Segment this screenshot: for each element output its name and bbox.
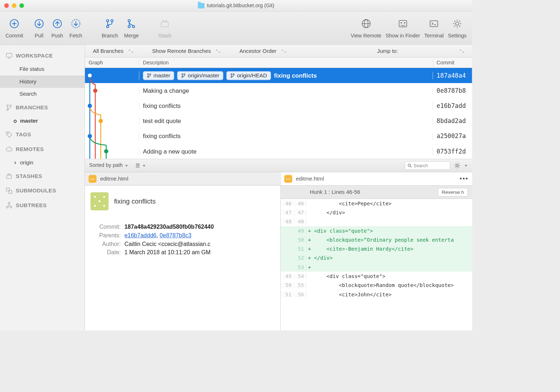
- pull-button[interactable]: Pull: [33, 17, 45, 38]
- filter-jump-to[interactable]: Jump to:⌃⌄: [369, 48, 472, 54]
- commit-row[interactable]: test edit quote8bdad2ad: [85, 113, 472, 128]
- settings-button[interactable]: Settings: [448, 17, 467, 38]
- branch-tag[interactable]: origin/master: [177, 71, 223, 80]
- zoom-window-button[interactable]: [19, 3, 24, 8]
- reverse-hunk-button[interactable]: Reverse h: [438, 188, 468, 196]
- hunk-header: Hunk 1 : Lines 46-56 Reverse h: [281, 186, 472, 199]
- file-search-input[interactable]: Search: [405, 161, 450, 170]
- sidebar-header-branches[interactable]: BRANCHES: [0, 100, 85, 115]
- svg-point-11: [111, 19, 113, 22]
- file-tab-right[interactable]: ⋯ editme.html •••: [281, 172, 472, 186]
- merge-button[interactable]: Merge: [124, 17, 139, 38]
- commit-row[interactable]: fixing conflictsa250027a: [85, 128, 472, 143]
- diff-settings-button[interactable]: [454, 162, 461, 169]
- svg-point-14: [132, 26, 135, 28]
- branch-icon: [5, 104, 13, 111]
- diff-line[interactable]: 5156 <cite>John</cite>: [281, 290, 472, 299]
- sidebar-item-file-status[interactable]: File status: [0, 63, 85, 76]
- sidebar-item-history[interactable]: History: [0, 76, 85, 88]
- commit-row[interactable]: Making a change0e8787b8: [85, 83, 472, 98]
- col-description[interactable]: Description: [139, 60, 433, 66]
- svg-point-10: [107, 26, 109, 28]
- minimize-window-button[interactable]: [12, 3, 17, 8]
- fetch-icon: [70, 17, 82, 29]
- svg-rect-26: [430, 20, 438, 27]
- stash-list-icon: [5, 173, 13, 180]
- file-tab-left[interactable]: ⋯ editme.html: [85, 172, 280, 186]
- diff-line[interactable]: 51+ <cite>-Benjamin Hardy</cite>: [281, 244, 472, 253]
- date-label: Date:: [90, 249, 121, 256]
- filter-bar: All Branches⌃⌄ Show Remote Branches⌃⌄ An…: [85, 45, 472, 58]
- chevron-down-icon: [125, 164, 128, 167]
- branch-button[interactable]: Branch: [101, 17, 118, 38]
- commit-hash-short: a250027a: [433, 132, 472, 140]
- fetch-button[interactable]: Fetch: [69, 17, 82, 38]
- tag-icon: [5, 131, 13, 138]
- col-commit[interactable]: Commit: [433, 60, 472, 66]
- history-body: masterorigin/masterorigin/HEADfixing con…: [85, 68, 472, 159]
- col-graph[interactable]: Graph: [85, 60, 139, 66]
- filter-order[interactable]: Ancestor Order⌃⌄: [231, 48, 297, 54]
- sidebar-remote-origin[interactable]: origin: [0, 156, 85, 169]
- svg-point-36: [8, 133, 9, 134]
- svg-point-9: [107, 19, 109, 22]
- history-header: Graph Description Commit: [85, 58, 472, 68]
- commit-hash: 187a48a429230ad580fb0b762440: [125, 224, 275, 231]
- diff-line[interactable]: 4848: [281, 217, 472, 226]
- file-actions-button[interactable]: •••: [460, 175, 469, 183]
- diff-line[interactable]: 5055 <blockquote>Random quote</blockquot…: [281, 281, 472, 290]
- commit-message: fixing conflicts: [114, 197, 155, 205]
- parents-value: e16b7addd6, 0e8787b8c3: [125, 232, 275, 239]
- sidebar-header-submodules[interactable]: SUBMODULES: [0, 183, 85, 198]
- commit-button[interactable]: Commit: [5, 17, 23, 38]
- view-remote-button[interactable]: View Remote: [351, 17, 381, 38]
- diff-line[interactable]: 52+</div>: [281, 254, 472, 263]
- diff-line[interactable]: 50+ <blockquote>“Ordinary people seek en…: [281, 235, 472, 244]
- diff-line[interactable]: 4747 </div>: [281, 208, 472, 217]
- svg-point-63: [408, 164, 411, 167]
- view-mode-button[interactable]: [135, 163, 146, 168]
- list-icon: [135, 163, 140, 168]
- commit-description: fixing conflicts: [143, 133, 181, 140]
- commit-icon: [8, 17, 21, 29]
- svg-rect-15: [161, 22, 168, 27]
- close-window-button[interactable]: [4, 3, 9, 8]
- diff-line[interactable]: 4646 <cite>Pepe</cite>: [281, 199, 472, 208]
- chevron-down-icon: [142, 164, 146, 167]
- commit-hash-short: e16b7add: [433, 102, 472, 109]
- subtrees-icon: [5, 202, 13, 209]
- sidebar-header-tags[interactable]: TAGS: [0, 127, 85, 142]
- commit-row[interactable]: masterorigin/masterorigin/HEADfixing con…: [85, 68, 472, 83]
- sidebar-branch-master[interactable]: master: [0, 115, 85, 127]
- globe-icon: [360, 17, 372, 29]
- commit-row[interactable]: fixing conflictse16b7add: [85, 98, 472, 113]
- filter-remote[interactable]: Show Remote Branches⌃⌄: [144, 48, 231, 54]
- svg-point-33: [7, 109, 8, 110]
- parent-link-1[interactable]: e16b7addd6: [125, 232, 157, 239]
- sidebar-header-subtrees[interactable]: SUBTREES: [0, 198, 85, 212]
- finder-icon: [397, 17, 409, 29]
- sidebar-header-remotes[interactable]: REMOTES: [0, 142, 85, 156]
- branch-tag[interactable]: master: [143, 71, 174, 80]
- stash-button[interactable]: Stash: [158, 17, 171, 38]
- sidebar-item-search[interactable]: Search: [0, 88, 85, 100]
- diff-panel: ⋯ editme.html ••• Hunk 1 : Lines 46-56 R…: [281, 172, 472, 331]
- parent-link-2[interactable]: 0e8787b8c3: [160, 232, 191, 239]
- svg-rect-37: [7, 175, 12, 178]
- sidebar-header-stashes[interactable]: STASHES: [0, 169, 85, 183]
- sort-dropdown[interactable]: Sorted by path: [89, 163, 128, 169]
- filter-branches[interactable]: All Branches⌃⌄: [85, 48, 144, 54]
- commit-row[interactable]: Adding a new quote0753ff2d: [85, 144, 472, 159]
- parents-label: Parents:: [90, 232, 121, 239]
- svg-point-32: [7, 105, 8, 106]
- branch-tag[interactable]: origin/HEAD: [226, 71, 271, 80]
- push-button[interactable]: Push: [51, 17, 63, 38]
- terminal-button[interactable]: Terminal: [424, 17, 444, 38]
- diff-line[interactable]: 53+: [281, 263, 472, 272]
- sidebar-header-workspace[interactable]: WORKSPACE: [0, 49, 85, 63]
- diff-body[interactable]: 4646 <cite>Pepe</cite>4747 </div>484849+…: [281, 199, 472, 331]
- search-icon: [407, 163, 412, 168]
- show-in-finder-button[interactable]: Show in Finder: [385, 17, 420, 38]
- diff-line[interactable]: 49+<div class="quote">: [281, 226, 472, 235]
- diff-line[interactable]: 4954 <div class="quote">: [281, 272, 472, 281]
